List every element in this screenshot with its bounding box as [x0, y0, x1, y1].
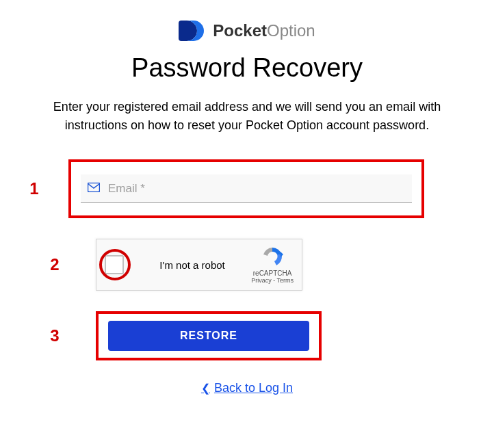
- email-highlight-box: Email *: [68, 159, 424, 218]
- svg-marker-1: [281, 252, 283, 257]
- recaptcha-legal[interactable]: Privacy - Terms: [251, 277, 294, 284]
- recaptcha-checkbox[interactable]: [105, 255, 124, 274]
- chevron-left-icon: ❮: [201, 382, 210, 395]
- recaptcha-brand: reCAPTCHA: [251, 269, 294, 277]
- pocket-logo-icon: [179, 21, 206, 41]
- step-number-2: 2: [0, 255, 68, 274]
- page-description: Enter your registered email address and …: [0, 98, 494, 135]
- recaptcha-label: I'm not a robot: [133, 259, 251, 271]
- brand-name-bold: Pocket: [213, 21, 267, 40]
- svg-rect-0: [88, 183, 100, 192]
- back-to-login-label: Back to Log In: [214, 381, 293, 395]
- brand-name-light: Option: [267, 21, 315, 40]
- recaptcha-logo-icon: [261, 246, 283, 268]
- email-placeholder: Email *: [108, 182, 145, 196]
- envelope-icon: [88, 183, 100, 195]
- step-number-1: 1: [0, 179, 68, 198]
- restore-highlight-box: RESTORE: [96, 311, 322, 360]
- email-input[interactable]: Email *: [81, 174, 412, 203]
- recaptcha-widget: I'm not a robot reCAPTCHA Privacy - Term…: [96, 239, 302, 291]
- brand-name: PocketOption: [213, 21, 315, 40]
- brand-logo: PocketOption: [0, 21, 494, 41]
- step-number-3: 3: [0, 326, 68, 345]
- back-to-login-link[interactable]: ❮ Back to Log In: [201, 381, 293, 395]
- restore-button[interactable]: RESTORE: [108, 321, 309, 351]
- page-title: Password Recovery: [0, 53, 494, 83]
